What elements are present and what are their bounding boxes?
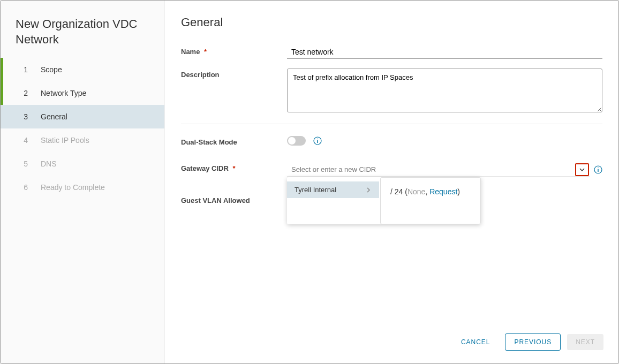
info-icon[interactable]	[313, 136, 322, 145]
cidr-dropdown-panel: Tyrell Internal / 24 (None, Request)	[287, 177, 481, 224]
wizard-title: New Organization VDC Network	[1, 11, 164, 58]
main-content: General Name * Description Dual-Stack Mo…	[165, 1, 618, 324]
step-static-ip-pools: 4 Static IP Pools	[1, 128, 164, 152]
cidr-dropdown-toggle[interactable]	[575, 163, 589, 176]
dropdown-item-tyrell-internal[interactable]: Tyrell Internal	[287, 181, 379, 198]
svg-point-4	[598, 168, 598, 168]
description-textarea[interactable]	[287, 69, 602, 112]
divider	[181, 124, 602, 124]
label-text: Name	[181, 48, 200, 56]
step-label: Network Type	[41, 89, 86, 97]
chevron-down-icon	[579, 166, 585, 173]
control-name	[287, 46, 602, 59]
label-gateway-cidr: Gateway CIDR *	[181, 162, 287, 172]
info-icon[interactable]	[594, 165, 602, 174]
row-description: Description	[181, 69, 602, 114]
dropdown-subpanel: / 24 (None, Request)	[380, 177, 481, 224]
step-number: 5	[19, 160, 28, 168]
chevron-right-icon	[365, 187, 372, 193]
step-ready-to-complete: 6 Ready to Complete	[1, 176, 164, 199]
name-input[interactable]	[287, 46, 602, 59]
step-number: 2	[19, 89, 28, 97]
prefix-text: / 24 (	[390, 187, 407, 196]
wizard-sidebar: New Organization VDC Network 1 Scope 2 N…	[1, 1, 165, 363]
required-marker: *	[204, 48, 207, 56]
cancel-button[interactable]: CANCEL	[452, 334, 499, 350]
cidr-input-wrap	[287, 162, 590, 177]
wizard-steps: 1 Scope 2 Network Type 3 General 4 Stati…	[1, 58, 164, 199]
step-scope[interactable]: 1 Scope	[1, 58, 164, 81]
row-gateway-cidr: Gateway CIDR *	[181, 162, 602, 177]
svg-point-1	[317, 139, 318, 139]
step-number: 3	[19, 112, 28, 121]
label-dual-stack: Dual-Stack Mode	[181, 136, 287, 146]
step-label: DNS	[41, 160, 57, 168]
row-dual-stack: Dual-Stack Mode	[181, 136, 602, 146]
request-link[interactable]: Request	[429, 187, 457, 196]
previous-button[interactable]: PREVIOUS	[505, 333, 561, 351]
cidr-input[interactable]	[287, 163, 575, 176]
control-gateway-cidr: Tyrell Internal / 24 (None, Request)	[287, 162, 602, 177]
wizard-dialog: New Organization VDC Network 1 Scope 2 N…	[0, 0, 619, 364]
dropdown-item-label: Tyrell Internal	[295, 186, 336, 194]
label-description: Description	[181, 69, 287, 79]
sep-text: ,	[425, 187, 429, 196]
control-description	[287, 69, 602, 114]
step-label: Ready to Complete	[41, 183, 105, 192]
step-number: 1	[19, 65, 28, 74]
cidr-dropdown: Tyrell Internal / 24 (None, Request)	[287, 162, 590, 177]
dual-stack-toggle[interactable]	[287, 136, 306, 146]
step-label: Static IP Pools	[41, 136, 89, 145]
step-label: Scope	[41, 65, 62, 74]
row-name: Name *	[181, 46, 602, 59]
step-general[interactable]: 3 General	[1, 105, 164, 128]
wizard-main: General Name * Description Dual-Stack Mo…	[165, 1, 618, 363]
step-number: 4	[19, 136, 28, 145]
dropdown-list: Tyrell Internal	[287, 177, 379, 224]
none-text: None	[407, 187, 425, 196]
step-dns: 5 DNS	[1, 152, 164, 176]
step-network-type[interactable]: 2 Network Type	[1, 81, 164, 105]
control-dual-stack	[287, 136, 602, 146]
step-label: General	[41, 112, 67, 121]
close-paren: )	[457, 187, 460, 196]
next-button: NEXT	[567, 334, 603, 350]
wizard-footer: CANCEL PREVIOUS NEXT	[165, 324, 618, 363]
label-guest-vlan: Guest VLAN Allowed	[181, 194, 287, 204]
page-title: General	[181, 16, 602, 29]
required-marker: *	[233, 164, 236, 172]
step-number: 6	[19, 183, 28, 192]
label-name: Name *	[181, 46, 287, 56]
label-text: Gateway CIDR	[181, 164, 229, 172]
